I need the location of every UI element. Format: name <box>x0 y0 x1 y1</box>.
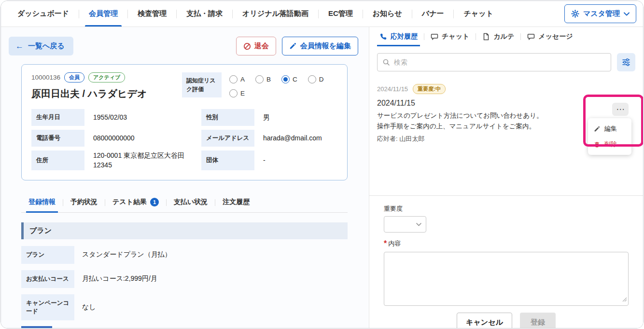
menu-item-label: 削除 <box>604 140 617 149</box>
risk-radio-e[interactable]: E <box>229 89 245 97</box>
filter-icon-button[interactable] <box>617 53 635 71</box>
resize-grip-icon[interactable] <box>622 295 627 304</box>
field-label-group: 団体 <box>201 151 254 170</box>
main-nav: ダッシュボード 会員管理 検査管理 支払・請求 オリジナル落語動画 EC管理 お… <box>8 1 564 27</box>
detail-actions: 退会 会員情報を編集 <box>236 37 358 55</box>
tab-label: 支払い状況 <box>174 198 208 206</box>
content-label: 内容 <box>388 239 401 248</box>
plan-row-value: 月払いコース:2,999円/月 <box>74 270 157 288</box>
edit-member-label: 会員情報を編集 <box>300 41 351 51</box>
content-textarea[interactable] <box>384 252 629 306</box>
risk-radio-b[interactable]: B <box>255 75 271 83</box>
search-box <box>377 53 611 71</box>
member-detail-panel: ← 一覧へ戻る 退会 <box>1 27 369 328</box>
tab-label: メッセージ <box>538 32 573 41</box>
menu-item-edit[interactable]: 編集 <box>588 121 631 137</box>
submit-button[interactable]: 登録 <box>520 313 556 329</box>
menu-item-label: 編集 <box>604 124 617 133</box>
plan-row-label: キャンペーンコード <box>21 294 74 320</box>
member-card: 10000136 会員 アクティブ 原田日出夫 / ハラダヒデオ 認知症リスク評… <box>21 64 348 180</box>
radio-icon <box>255 75 264 83</box>
tab-reservation-status[interactable]: 予約状況 <box>63 193 105 212</box>
risk-radio-d[interactable]: D <box>308 75 324 83</box>
entry-title: 2024/11/15 <box>377 99 635 108</box>
plan-row-label: プラン <box>21 246 74 264</box>
tab-registration-info[interactable]: 登録情報 <box>21 193 63 212</box>
nav-item-chat[interactable]: チャット <box>454 1 503 27</box>
edit-member-button[interactable]: 会員情報を編集 <box>282 37 358 55</box>
required-asterisk: * <box>384 239 387 248</box>
plan-row-plan: プラン スタンダードプラン（月払） <box>21 246 348 264</box>
test-results-count-badge: 1 <box>150 198 159 206</box>
back-to-list-label: 一覧へ戻る <box>28 41 65 51</box>
master-management-label: マスタ管理 <box>583 9 620 18</box>
nav-item-notices[interactable]: お知らせ <box>363 1 412 27</box>
app-window: ダッシュボード 会員管理 検査管理 支払・請求 オリジナル落語動画 EC管理 お… <box>0 0 644 329</box>
tab-test-results[interactable]: テスト結果 1 <box>105 193 166 212</box>
entry-more-button[interactable]: ⋯ <box>612 103 629 116</box>
field-label-gender: 性別 <box>201 109 254 126</box>
ellipsis-icon: ⋯ <box>616 105 625 113</box>
entry-context-menu: 編集 削除 <box>588 118 631 155</box>
member-fields: 生年月日 1955/02/03 性別 男 電話番号 08000000000 メー… <box>31 109 337 170</box>
nav-item-ec[interactable]: EC管理 <box>319 1 363 27</box>
search-icon <box>382 58 390 66</box>
nav-item-inspections[interactable]: 検査管理 <box>128 1 176 27</box>
risk-option-label: E <box>240 90 245 97</box>
top-nav: ダッシュボード 会員管理 検査管理 支払・請求 オリジナル落語動画 EC管理 お… <box>1 1 643 27</box>
nav-item-billing[interactable]: 支払・請求 <box>177 1 232 27</box>
document-icon <box>482 33 490 41</box>
cancel-button[interactable]: キャンセル <box>457 313 512 329</box>
radio-icon <box>229 75 238 83</box>
back-to-list-button[interactable]: ← 一覧へ戻る <box>9 37 73 55</box>
plan-rows: プラン スタンダードプラン（月払） お支払いコース 月払いコース:2,999円/… <box>21 246 348 320</box>
content-label-row: * 内容 <box>384 239 629 248</box>
field-value-phone: 08000000000 <box>89 130 196 147</box>
tab-order-history[interactable]: 注文履歴 <box>215 193 257 212</box>
entry-date: 2024/11/15 <box>377 85 408 93</box>
search-input[interactable] <box>394 58 606 66</box>
risk-radio-a[interactable]: A <box>229 75 245 83</box>
message-bubble-icon <box>527 33 535 41</box>
content-textarea-wrap <box>384 252 629 306</box>
tab-karte[interactable]: カルテ <box>476 27 520 46</box>
risk-radio-c[interactable]: C <box>281 75 297 83</box>
response-history-panel: 応対履歴 チャット カルテ <box>369 27 643 328</box>
field-value-address: 120-0001 東京都足立区大谷田12345 <box>89 151 196 170</box>
tab-response-history[interactable]: 応対履歴 <box>373 27 424 46</box>
risk-option-label: D <box>319 76 324 83</box>
nav-item-dashboard[interactable]: ダッシュボード <box>8 1 79 27</box>
tab-message[interactable]: メッセージ <box>521 27 579 46</box>
chevron-down-icon <box>416 223 421 226</box>
plan-row-label: お支払いコース <box>21 270 74 288</box>
dementia-risk-options: A B C D <box>229 72 331 100</box>
back-arrow-icon: ← <box>15 42 24 50</box>
search-row <box>369 46 643 71</box>
member-name: 原田日出夫 / ハラダヒデオ <box>31 87 147 100</box>
importance-label: 重要度 <box>384 205 629 213</box>
tab-chat[interactable]: チャット <box>424 27 476 46</box>
radio-checked-icon <box>281 75 290 83</box>
field-value-group: - <box>259 151 337 170</box>
status-badge: アクティブ <box>88 72 125 82</box>
pencil-icon <box>594 126 600 132</box>
prohibit-icon <box>243 42 251 50</box>
field-value-birthdate: 1955/02/03 <box>89 109 196 126</box>
master-management-button[interactable]: マスタ管理 <box>564 4 636 23</box>
plan-row-campaign-code: キャンペーンコード なし <box>21 294 348 320</box>
nav-item-rakugo-videos[interactable]: オリジナル落語動画 <box>233 1 318 27</box>
menu-item-delete[interactable]: 削除 <box>588 137 631 152</box>
response-panel-tabs: 応対履歴 チャット カルテ <box>369 27 643 46</box>
dementia-risk-label: 認知症リスク評価 <box>182 72 222 97</box>
nav-item-members[interactable]: 会員管理 <box>79 1 127 27</box>
plan-section-header: プラン <box>21 222 348 239</box>
tab-payment-status[interactable]: 支払い状況 <box>167 193 215 212</box>
member-id: 10000136 <box>31 74 60 81</box>
pencil-icon <box>289 42 296 50</box>
importance-select[interactable] <box>384 216 426 233</box>
withdraw-button[interactable]: 退会 <box>236 37 276 55</box>
field-label-phone: 電話番号 <box>31 130 84 147</box>
response-form: 重要度 * 内容 キャンセル <box>369 195 643 328</box>
nav-item-banner[interactable]: バナー <box>412 1 454 27</box>
tab-label: カルテ <box>493 32 514 41</box>
